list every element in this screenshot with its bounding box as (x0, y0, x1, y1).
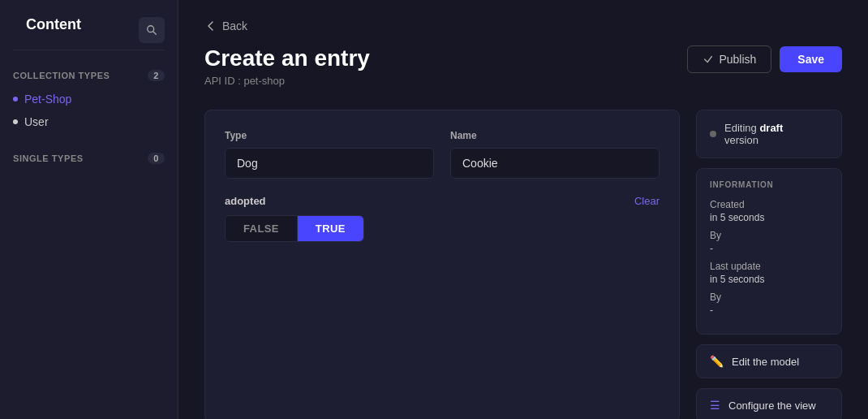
search-icon (146, 24, 157, 36)
created-by-row: By - (710, 230, 828, 254)
name-field-group: Name (450, 130, 660, 179)
form-card: Type Name adopted Clear FALSE TRUE (204, 110, 680, 419)
back-label: Back (222, 19, 247, 32)
status-dot (710, 131, 716, 137)
last-update-value: in 5 seconds (710, 274, 828, 285)
name-input[interactable] (450, 148, 660, 179)
toggle-group: FALSE TRUE (225, 215, 364, 242)
type-field-group: Type (225, 130, 434, 179)
last-update-by-row: By - (710, 292, 828, 316)
publish-button[interactable]: Publish (687, 45, 771, 73)
collection-types-header: COLLECTION TYPES 2 (0, 63, 178, 88)
single-types-label: SINGLE TYPES (13, 153, 84, 163)
type-label: Type (225, 130, 434, 141)
toggle-true[interactable]: TRUE (298, 216, 363, 241)
sidebar-title: Content (13, 16, 94, 43)
search-button[interactable] (139, 17, 165, 43)
status-prefix: Editing (724, 122, 757, 134)
edit-model-button[interactable]: ✏️ Edit the model (696, 344, 842, 378)
collection-types-label: COLLECTION TYPES (13, 71, 110, 80)
name-label: Name (450, 130, 660, 141)
configure-icon: ☰ (710, 399, 720, 412)
created-by-value: - (710, 243, 828, 254)
last-update-by-value: - (710, 305, 828, 316)
status-card: Editing draft version (696, 110, 842, 158)
adopted-header: adopted Clear (225, 195, 660, 207)
last-update-by-label: By (710, 292, 828, 303)
svg-line-1 (153, 31, 157, 34)
right-panel: Editing draft version INFORMATION Create… (696, 110, 842, 419)
single-types-header: SINGLE TYPES 0 (0, 146, 178, 171)
last-update-row: Last update in 5 seconds (710, 261, 828, 285)
clear-link[interactable]: Clear (634, 195, 660, 207)
created-label: Created (710, 199, 828, 210)
save-button[interactable]: Save (780, 46, 842, 72)
information-title: INFORMATION (710, 180, 828, 189)
back-link[interactable]: Back (204, 19, 842, 32)
created-row: Created in 5 seconds (710, 199, 828, 223)
sidebar-item-user[interactable]: User (0, 110, 178, 133)
type-input[interactable] (225, 148, 434, 179)
status-highlight: draft (759, 122, 783, 134)
created-by-label: By (710, 230, 828, 241)
single-types-badge: 0 (148, 153, 165, 164)
form-row-type-name: Type Name (225, 130, 660, 179)
page-title-group: Create an entry API ID : pet-shop (204, 45, 370, 87)
adopted-section: adopted Clear FALSE TRUE (225, 195, 660, 242)
save-label: Save (797, 53, 824, 66)
configure-view-label: Configure the view (728, 400, 816, 412)
toggle-false[interactable]: FALSE (226, 216, 298, 241)
check-icon (703, 54, 714, 65)
sidebar-item-label: User (24, 115, 49, 128)
page-title: Create an entry (204, 45, 370, 71)
sidebar-divider (13, 50, 165, 50)
sidebar-item-dot (13, 119, 18, 124)
page-subtitle: API ID : pet-shop (204, 75, 370, 87)
status-suffix: version (724, 134, 758, 146)
configure-view-button[interactable]: ☰ Configure the view (696, 388, 842, 419)
publish-label: Publish (719, 53, 756, 66)
back-arrow-icon (204, 19, 217, 32)
sidebar-item-label: Pet-Shop (24, 93, 71, 106)
collection-types-badge: 2 (148, 70, 165, 81)
header-actions: Publish Save (687, 45, 842, 73)
content-grid: Type Name adopted Clear FALSE TRUE (204, 110, 842, 419)
sidebar-item-dot (13, 97, 18, 102)
sidebar: Content COLLECTION TYPES 2 Pet-Shop User… (0, 0, 178, 419)
page-header: Create an entry API ID : pet-shop Publis… (204, 45, 842, 87)
last-update-label: Last update (710, 261, 828, 272)
status-text: Editing draft version (724, 122, 783, 146)
sidebar-item-pet-shop[interactable]: Pet-Shop (0, 88, 178, 110)
edit-icon: ✏️ (710, 355, 724, 368)
created-value: in 5 seconds (710, 212, 828, 223)
edit-model-label: Edit the model (732, 356, 799, 368)
adopted-label: adopted (225, 195, 266, 207)
information-card: INFORMATION Created in 5 seconds By - La… (696, 168, 842, 335)
main-content: Back Create an entry API ID : pet-shop P… (178, 0, 868, 419)
